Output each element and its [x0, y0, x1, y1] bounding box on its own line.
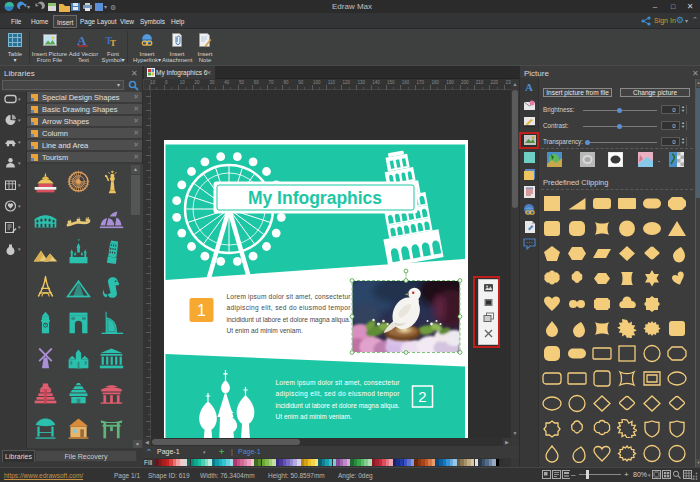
svg-text:adipiscing elit, sed do eiusmo: adipiscing elit, sed do eiusmod tempor	[226, 304, 351, 312]
svg-text:2: 2	[418, 388, 426, 405]
svg-text:A: A	[77, 33, 87, 47]
svg-text:A: A	[525, 81, 533, 93]
svg-text:incididunt ut labore et dolore: incididunt ut labore et dolore magna ali…	[275, 402, 399, 410]
svg-text:Lorem ipsum dolor sit amet, co: Lorem ipsum dolor sit amet, consectetur	[275, 379, 400, 387]
svg-text:incididunt ut labore et dolore: incididunt ut labore et dolore magna ali…	[226, 316, 350, 324]
svg-text:Ut enim ad minim veniam.: Ut enim ad minim veniam.	[275, 413, 351, 420]
svg-text:▾: ▾	[104, 4, 107, 10]
svg-text:adipiscing elit, sed do eiusmo: adipiscing elit, sed do eiusmod tempor	[275, 390, 400, 398]
svg-text:Lorem ipsum dolor sit amet, co: Lorem ipsum dolor sit amet, consectetur	[226, 293, 351, 301]
svg-text:My Infographics: My Infographics	[247, 188, 381, 208]
svg-text:⚙: ⚙	[110, 4, 116, 11]
svg-text:▾: ▾	[27, 4, 30, 10]
svg-text:1: 1	[197, 302, 206, 319]
svg-text:T: T	[110, 38, 116, 47]
svg-text:Ut enim ad minim veniam.: Ut enim ad minim veniam.	[226, 327, 302, 334]
